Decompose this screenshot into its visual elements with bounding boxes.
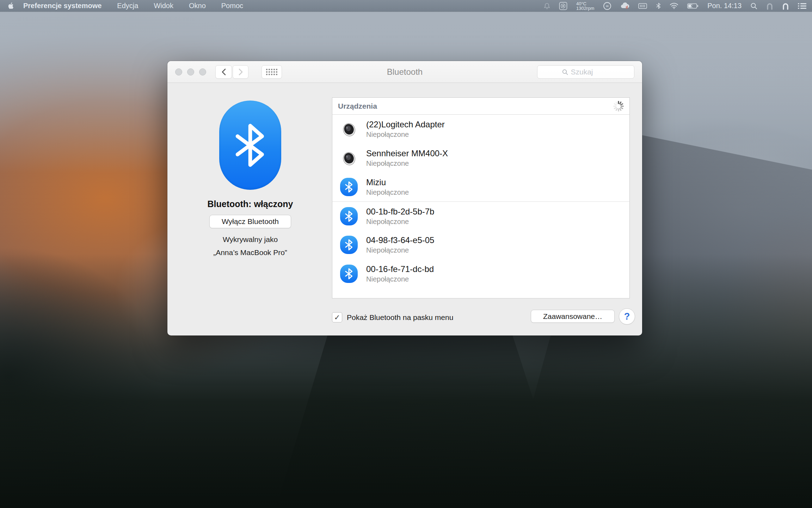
back-button[interactable] (215, 65, 232, 79)
search-field[interactable] (537, 65, 634, 79)
svg-text:∞: ∞ (605, 4, 609, 8)
device-name: 04-98-f3-64-e5-05 (366, 235, 434, 245)
bluetooth-icon (339, 235, 358, 254)
menu-bar: Preferencje systemowe Edycja Widok Okno … (0, 0, 812, 12)
discoverable-as-label: Wykrywalny jako (180, 235, 321, 244)
cpu-temperature: 40°C (576, 1, 586, 6)
show-bluetooth-in-menubar-label[interactable]: Pokaż Bluetooth na pasku menu (347, 312, 453, 322)
device-status: Niepołączone (366, 246, 434, 254)
device-status: Niepołączone (366, 218, 434, 226)
device-row[interactable]: MiziuNiepołączone (332, 173, 629, 201)
device-list: (22)Logitech AdapterNiepołączoneSennheis… (332, 115, 629, 288)
notification-bell-icon[interactable] (544, 2, 550, 10)
spotlight-search-icon[interactable] (750, 2, 757, 10)
menu-clock[interactable]: Pon. 14:13 (707, 2, 742, 10)
device-status: Niepołączone (366, 131, 445, 139)
devices-panel: Urządzenia (22)Logitech Ada (332, 97, 630, 298)
menu-item-edycja[interactable]: Edycja (109, 0, 146, 12)
device-status: Niepołączone (366, 188, 409, 196)
device-row[interactable]: 04-98-f3-64-e5-05Niepołączone (332, 230, 629, 259)
menu-item-widok[interactable]: Widok (146, 0, 181, 12)
device-row[interactable]: (22)Logitech AdapterNiepołączone (332, 115, 629, 144)
forward-button[interactable] (233, 65, 248, 79)
temperature-readout[interactable]: 40°C 1302rpm (576, 1, 594, 11)
close-button[interactable] (175, 68, 182, 75)
device-name: Sennheiser MM400-X (366, 149, 448, 158)
help-button[interactable]: ? (619, 308, 635, 325)
device-status: Niepołączone (366, 159, 448, 168)
device-row[interactable]: 00-16-fe-71-dc-bdNiepołączone (332, 259, 629, 288)
advanced-button[interactable]: Zaawansowane… (531, 310, 615, 323)
bluetooth-app-icon (219, 101, 281, 190)
bluetooth-status-text: Bluetooth: włączony (180, 199, 321, 209)
bluetooth-menu-icon[interactable] (656, 2, 661, 9)
search-icon (562, 69, 568, 75)
menu-item-okno[interactable]: Okno (181, 0, 214, 12)
cloud-sync-icon[interactable] (620, 2, 629, 10)
device-name: Miziu (366, 177, 409, 187)
vpn-tunnel-icon-active[interactable] (782, 2, 789, 10)
battery-widget-icon[interactable] (638, 3, 647, 9)
bluetooth-preferences-window: Bluetooth Bluetooth: włączony Wyłącz Blu… (167, 61, 642, 335)
battery-charging-icon[interactable] (687, 3, 699, 9)
device-name: 00-16-fe-71-dc-bd (366, 264, 434, 274)
scanning-spinner-icon (613, 100, 625, 112)
bluetooth-icon (339, 177, 358, 196)
minimize-button[interactable] (187, 68, 194, 75)
devices-header-label: Urządzenia (338, 102, 377, 110)
wifi-icon[interactable] (670, 2, 678, 9)
show-all-button[interactable] (262, 65, 282, 79)
show-bluetooth-in-menubar-checkbox[interactable]: ✓ (332, 312, 342, 322)
apple-menu-icon[interactable] (0, 2, 21, 10)
turn-off-bluetooth-button[interactable]: Wyłącz Bluetooth (209, 215, 291, 228)
zoom-button[interactable] (199, 68, 206, 75)
devices-panel-header: Urządzenia (332, 98, 629, 115)
device-status: Niepołączone (366, 275, 434, 283)
bluetooth-icon (339, 264, 358, 283)
device-row[interactable]: Sennheiser MM400-XNiepołączone (332, 144, 629, 173)
bluetooth-icon (339, 207, 358, 226)
fan-monitor-icon[interactable] (559, 2, 567, 10)
vpn-tunnel-icon-inactive[interactable] (766, 2, 773, 10)
search-input[interactable] (571, 68, 610, 76)
speaker-icon (339, 120, 358, 139)
task-list-icon[interactable] (798, 3, 806, 9)
speaker-icon (339, 149, 358, 168)
menu-item-app[interactable]: Preferencje systemowe (21, 0, 109, 12)
device-row[interactable]: 00-1b-fb-2d-5b-7bNiepołączone (332, 201, 629, 230)
show-all-grid-icon (266, 69, 277, 75)
device-name: 00-1b-fb-2d-5b-7b (366, 207, 434, 217)
menu-item-pomoc[interactable]: Pomoc (214, 0, 251, 12)
computer-name-label: „Anna’s MacBook Pro” (180, 248, 321, 257)
device-name: (22)Logitech Adapter (366, 120, 445, 129)
fan-rpm: 1302rpm (576, 6, 594, 11)
creative-cloud-icon[interactable]: ∞ (603, 2, 611, 10)
